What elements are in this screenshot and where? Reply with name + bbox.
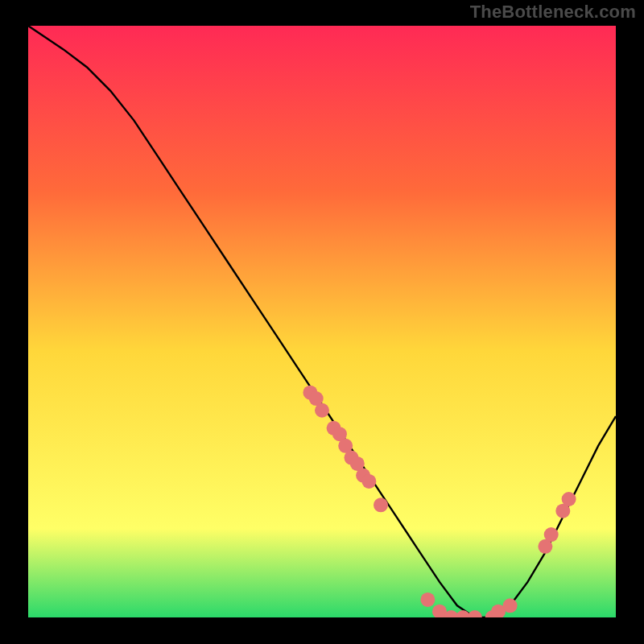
data-marker (315, 403, 329, 418)
chart-frame: TheBottleneck.com (0, 0, 644, 644)
attribution-text: TheBottleneck.com (470, 2, 636, 23)
data-marker (503, 598, 518, 613)
chart-svg (28, 26, 616, 617)
data-marker (420, 592, 435, 607)
data-marker (374, 497, 388, 512)
data-marker (544, 527, 559, 542)
chart-background (28, 26, 616, 617)
data-marker (361, 474, 376, 489)
data-marker (562, 492, 576, 506)
chart-plot (28, 26, 616, 617)
